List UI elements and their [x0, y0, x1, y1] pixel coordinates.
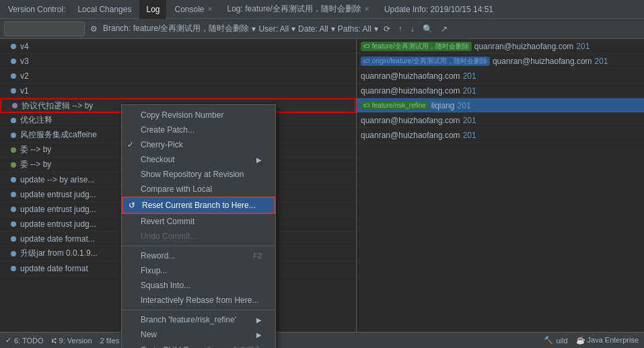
- menu-item-revert-commit[interactable]: Revert Commit: [122, 214, 275, 229]
- menu-label-fixup: Fixup...: [141, 266, 167, 275]
- settings-btn[interactable]: ⚙: [87, 23, 100, 35]
- tab-bar: Version Control: Local Changes Log Conso…: [0, 0, 644, 19]
- branch-label: Branch: feature/全再测试用，随时会删除: [103, 23, 249, 34]
- tab-log-full-label: Log: feature/全再测试用，随时会删除: [227, 3, 361, 15]
- arrow-down-btn[interactable]: ↓: [408, 23, 417, 35]
- menu-item-create-patch[interactable]: Create Patch...: [122, 123, 275, 137]
- date-7: 201: [463, 131, 476, 140]
- author-4: quanran@huizhaofang.com: [361, 86, 460, 96]
- tab-log-full-close[interactable]: ✕: [364, 5, 369, 13]
- menu-label-interactive-rebase: Interactively Rebase from Here...: [141, 295, 258, 305]
- new-arrow: ▶: [256, 331, 262, 339]
- context-menu: Copy Revision Number Create Patch... ✓ C…: [121, 104, 276, 348]
- menu-label-cherry-pick: Cherry-Pick: [141, 140, 183, 149]
- menu-label-checkout: Checkout: [141, 155, 175, 164]
- menu-item-squash[interactable]: Squash Into...: [122, 278, 275, 293]
- tab-console-label: Console: [174, 5, 204, 14]
- tab-update-info[interactable]: Update Info: 2019/10/15 14:51: [378, 0, 500, 19]
- menu-label-create-patch: Create Patch...: [141, 125, 194, 135]
- tab-local-changes[interactable]: Local Changes: [71, 0, 138, 19]
- menu-item-copy-revision[interactable]: Copy Revision Number: [122, 108, 275, 123]
- detail-row-6: quanran@huizhaofang.com 201: [357, 113, 644, 128]
- toolbar: ⚙ Branch: feature/全再测试用，随时会删除 ▾ User: Al…: [0, 19, 644, 39]
- detail-row-4: quanran@huizhaofang.com 201: [357, 83, 644, 98]
- todo-label: 6: TODO: [14, 337, 44, 345]
- menu-sep-1: [122, 246, 275, 246]
- menu-label-reset-branch: Reset Current Branch to Here...: [142, 201, 256, 210]
- tab-console-close[interactable]: ✕: [207, 5, 213, 13]
- date-4: 201: [463, 86, 476, 96]
- arrow-up-btn[interactable]: ↑: [396, 23, 405, 35]
- graph-dot: [11, 147, 16, 153]
- tab-local-changes-label: Local Changes: [77, 5, 131, 14]
- menu-label-squash: Squash Into...: [141, 281, 190, 290]
- menu-item-undo-commit: Undo Commit...: [122, 229, 275, 244]
- date-1: 201: [576, 42, 589, 51]
- build-icon: 🔨: [544, 336, 553, 345]
- graph-dot: [11, 177, 16, 182]
- reset-icon: ↺: [129, 201, 135, 210]
- branch-tag-risk: 🏷 feature/risk_refine: [361, 102, 429, 109]
- menu-item-cherry-pick[interactable]: ✓ Cherry-Pick: [122, 137, 275, 152]
- menu-item-show-repo[interactable]: Show Repository at Revision: [122, 167, 275, 182]
- detail-row-7: quanran@huizhaofang.com 201: [357, 128, 644, 143]
- menu-item-fixup[interactable]: Fixup...: [122, 263, 275, 278]
- menu-label-revert-commit: Revert Commit: [141, 217, 194, 226]
- menu-label-show-repo: Show Repository at Revision: [141, 170, 244, 179]
- refresh-btn[interactable]: ⟳: [381, 23, 393, 35]
- tab-log[interactable]: Log: [139, 0, 166, 19]
- graph-dot: [11, 266, 16, 271]
- tab-log-full[interactable]: Log: feature/全再测试用，随时会删除 ✕: [221, 0, 376, 19]
- commit-msg: v1: [20, 86, 353, 96]
- menu-label-new: New: [141, 330, 157, 339]
- menu-item-goto-child[interactable]: Go to Child Commit 向左箭头: [122, 342, 275, 348]
- graph-dot: [11, 207, 16, 212]
- status-todo[interactable]: ✓ 6: TODO: [5, 336, 44, 345]
- date-6: 201: [463, 116, 476, 125]
- branch-tag-origin: 🏷 origin/feature/全再测试用，随时会删除: [361, 57, 490, 66]
- branch-tag-local: 🏷 feature/全再测试用，随时会删除: [361, 42, 472, 51]
- detail-row-2: 🏷 origin/feature/全再测试用，随时会删除 quanran@hui…: [357, 54, 644, 69]
- commit-msg: v2: [20, 71, 353, 81]
- version-icon: ⑆: [52, 337, 57, 345]
- author-5: liqiang: [431, 101, 455, 110]
- graph-dot: [11, 251, 16, 256]
- menu-item-new[interactable]: New ▶: [122, 327, 275, 342]
- graph-dot: [11, 221, 16, 227]
- search-btn[interactable]: 🔍: [420, 23, 435, 35]
- commit-row-v2[interactable]: v2: [0, 69, 356, 83]
- graph-dot: [11, 236, 16, 242]
- status-bar: ✓ 6: TODO ⑆ 9: Version 2 files committed…: [0, 332, 644, 348]
- tab-update-info-label: Update Info: 2019/10/15 14:51: [384, 5, 493, 14]
- goto-child-shortcut: 向左箭头: [232, 345, 262, 348]
- menu-item-reset-branch[interactable]: ↺ Reset Current Branch to Here...: [122, 197, 275, 214]
- java-label: ☕ Java Enterprise: [576, 336, 639, 345]
- menu-item-checkout[interactable]: Checkout ▶: [122, 152, 275, 167]
- search-input[interactable]: [4, 22, 85, 36]
- menu-label-reword: Reword...: [141, 251, 175, 260]
- graph-dot: [11, 133, 16, 138]
- commit-row-v3[interactable]: v3: [0, 54, 356, 69]
- menu-item-reword[interactable]: Reword... F2: [122, 248, 275, 263]
- status-version[interactable]: ⑆ 9: Version: [52, 337, 92, 345]
- detail-row-5: 🏷 feature/risk_refine liqiang 201: [357, 98, 644, 113]
- menu-item-interactive-rebase[interactable]: Interactively Rebase from Here...: [122, 293, 275, 308]
- commit-row-v4[interactable]: v4: [0, 39, 356, 54]
- author-6: quanran@huizhaofang.com: [361, 116, 460, 125]
- menu-item-compare-local[interactable]: Compare with Local: [122, 182, 275, 197]
- toolbar-sep1: ▾: [252, 24, 256, 34]
- graph-dot: [11, 118, 16, 123]
- graph-dot: [11, 59, 16, 64]
- menu-label-undo-commit: Undo Commit...: [141, 232, 196, 241]
- menu-label-compare-local: Compare with Local: [141, 184, 212, 194]
- export-btn[interactable]: ↗: [438, 23, 450, 35]
- date-5: 201: [458, 101, 471, 110]
- tab-console[interactable]: Console ✕: [168, 0, 219, 19]
- user-label: User: All: [258, 24, 289, 34]
- commit-row-v1[interactable]: v1: [0, 83, 356, 98]
- menu-item-branch[interactable]: Branch 'feature/risk_refine' ▶: [122, 312, 275, 327]
- graph-dot: [11, 88, 16, 94]
- date-label: Date: All: [298, 24, 328, 34]
- cherry-icon: ✓: [127, 140, 134, 149]
- author-7: quanran@huizhaofang.com: [361, 131, 460, 140]
